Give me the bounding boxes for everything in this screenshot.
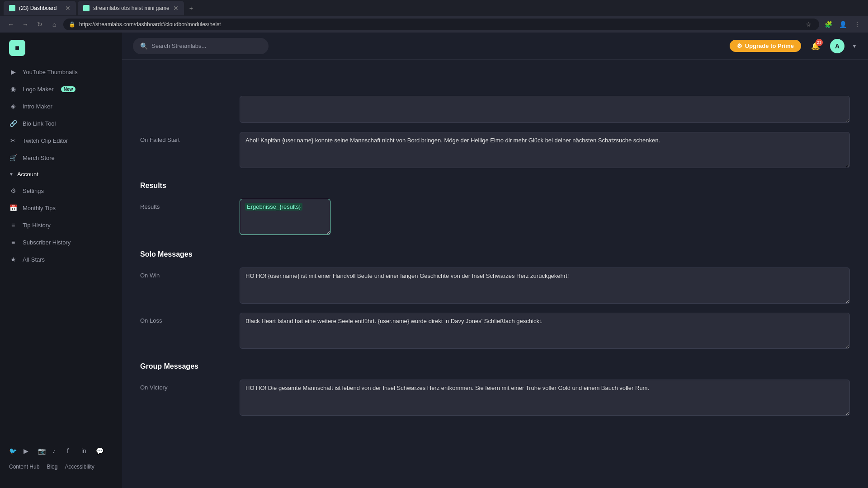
extensions-icon[interactable]: 🧩: [823, 19, 834, 30]
tab-label-dashboard: (23) Dashboard: [19, 5, 57, 11]
on-loss-textarea[interactable]: [240, 313, 850, 349]
tab-streamlabs[interactable]: streamlabs obs heist mini game ✕: [78, 1, 184, 15]
notification-badge: 23: [816, 39, 823, 46]
on-failed-start-textarea[interactable]: [240, 132, 850, 168]
sidebar-item-logo-maker[interactable]: ◉ Logo Maker New: [0, 80, 122, 98]
upgrade-label: Upgrade to Prime: [745, 42, 794, 49]
account-section-header[interactable]: ▼ Account: [0, 166, 122, 182]
on-win-label: On Win: [140, 267, 231, 279]
sidebar-label-merch-store: Merch Store: [23, 155, 55, 161]
intro-maker-icon: ◈: [9, 102, 17, 110]
logo-icon: ■: [9, 40, 25, 56]
results-section: Results Results Ergebnisse_{results}: [140, 182, 850, 237]
results-section-title: Results: [140, 182, 850, 190]
on-win-textarea[interactable]: [240, 267, 850, 304]
app-container: ■ ▶ YouTube Thumbnails ◉ Logo Maker New …: [0, 33, 868, 488]
subscriber-history-icon: ≡: [9, 238, 17, 246]
all-stars-icon: ★: [9, 255, 17, 263]
upgrade-icon: ⚙: [737, 42, 742, 49]
sidebar-item-merch-store[interactable]: 🛒 Merch Store: [0, 149, 122, 166]
lock-icon: 🔒: [69, 21, 75, 28]
on-loss-label: On Loss: [140, 313, 231, 324]
sidebar-item-subscriber-history[interactable]: ≡ Subscriber History: [0, 234, 122, 251]
results-textarea-container: Ergebnisse_{results}: [240, 199, 850, 237]
bookmark-icon[interactable]: ☆: [803, 19, 814, 30]
sidebar-item-twitch-clip-editor[interactable]: ✂ Twitch Clip Editor: [0, 132, 122, 149]
upgrade-prime-button[interactable]: ⚙ Upgrade to Prime: [730, 40, 801, 52]
profile-icon[interactable]: 👤: [837, 19, 848, 30]
twitter-icon[interactable]: 🐦: [9, 447, 18, 456]
results-highlighted-text: Ergebnisse_{results}: [245, 203, 302, 211]
form-row-on-loss: On Loss: [140, 313, 850, 349]
tab-label-streamlabs: streamlabs obs heist mini game: [93, 5, 170, 11]
back-button[interactable]: ←: [5, 19, 16, 30]
tab-favicon-dashboard: [9, 5, 15, 11]
account-section-label: Account: [17, 171, 38, 178]
sidebar-item-tip-history[interactable]: ≡ Tip History: [0, 216, 122, 234]
sidebar-label-subscriber-history: Subscriber History: [23, 239, 71, 246]
group-messages-section: Group Messages On Victory: [140, 362, 850, 416]
notifications-button[interactable]: 🔔 23: [808, 39, 823, 53]
avatar[interactable]: A: [830, 39, 844, 53]
home-button[interactable]: ⌂: [49, 19, 60, 30]
sidebar-item-youtube-thumbnails[interactable]: ▶ YouTube Thumbnails: [0, 63, 122, 80]
discord-icon[interactable]: 💬: [96, 447, 105, 456]
on-failed-start-label: On Failed Start: [140, 132, 231, 143]
search-icon: 🔍: [140, 42, 148, 50]
logo-maker-badge: New: [61, 86, 76, 92]
browser-tabs: (23) Dashboard ✕ streamlabs obs heist mi…: [0, 0, 868, 16]
tab-close-streamlabs[interactable]: ✕: [173, 5, 179, 12]
address-bar[interactable]: 🔒 https://streamlabs.com/dashboard#/clou…: [63, 19, 819, 30]
search-bar[interactable]: 🔍 Search Streamlabs...: [133, 38, 269, 54]
address-icons: ☆: [803, 19, 814, 30]
form-row-results: Results Ergebnisse_{results}: [140, 199, 850, 237]
content-hub-link[interactable]: Content Hub: [9, 464, 39, 470]
instagram-icon[interactable]: 📷: [38, 447, 47, 456]
youtube-thumbnails-icon: ▶: [9, 68, 17, 76]
sidebar-item-monthly-tips[interactable]: 📅 Monthly Tips: [0, 199, 122, 216]
browser-toolbar: ← → ↻ ⌂ 🔒 https://streamlabs.com/dashboa…: [0, 16, 868, 33]
failed-start-section: On Failed Start: [140, 96, 850, 168]
sidebar-item-settings[interactable]: ⚙ Settings: [0, 182, 122, 199]
tip-history-icon: ≡: [9, 221, 17, 229]
youtube-icon[interactable]: ▶: [24, 447, 33, 456]
on-victory-textarea[interactable]: [240, 380, 850, 416]
sidebar-logo: ■: [0, 33, 122, 63]
group-messages-title: Group Messages: [140, 362, 850, 371]
sidebar-item-bio-link-tool[interactable]: 🔗 Bio Link Tool: [0, 115, 122, 132]
new-tab-button[interactable]: +: [186, 3, 197, 14]
empty-label: [140, 96, 231, 100]
sidebar: ■ ▶ YouTube Thumbnails ◉ Logo Maker New …: [0, 33, 122, 488]
main-content: On Failed Start Results Results Ergebnis…: [122, 60, 868, 488]
sidebar-item-all-stars[interactable]: ★ All-Stars: [0, 251, 122, 268]
bio-link-icon: 🔗: [9, 119, 17, 127]
menu-icon[interactable]: ⋮: [852, 19, 863, 30]
monthly-tips-icon: 📅: [9, 204, 17, 212]
merch-store-icon: 🛒: [9, 154, 17, 162]
tab-dashboard[interactable]: (23) Dashboard ✕: [4, 1, 76, 15]
form-row-empty-top: [140, 96, 850, 123]
form-row-on-victory: On Victory: [140, 380, 850, 416]
profile-dropdown-icon[interactable]: ▼: [852, 43, 857, 49]
blog-link[interactable]: Blog: [47, 464, 57, 470]
sidebar-item-intro-maker[interactable]: ◈ Intro Maker: [0, 98, 122, 115]
refresh-button[interactable]: ↻: [34, 19, 45, 30]
empty-top-textarea[interactable]: [240, 96, 850, 123]
linkedin-icon[interactable]: in: [81, 447, 90, 456]
facebook-icon[interactable]: f: [67, 447, 76, 456]
sidebar-label-settings: Settings: [23, 188, 44, 194]
tab-close-dashboard[interactable]: ✕: [65, 5, 71, 12]
sidebar-label-tip-history: Tip History: [23, 222, 51, 229]
sidebar-label-twitch-clip-editor: Twitch Clip Editor: [23, 137, 68, 144]
forward-button[interactable]: →: [20, 19, 31, 30]
logo-maker-icon: ◉: [9, 85, 17, 93]
sidebar-footer: 🐦 ▶ 📷 ♪ f in 💬 Content Hub Blog Accessib…: [0, 438, 122, 479]
solo-messages-title: Solo Messages: [140, 250, 850, 258]
tiktok-icon[interactable]: ♪: [52, 447, 61, 456]
search-placeholder: Search Streamlabs...: [151, 42, 206, 49]
accessibility-link[interactable]: Accessibility: [65, 464, 94, 470]
header-right: ⚙ Upgrade to Prime 🔔 23 A ▼: [730, 39, 857, 53]
browser-chrome: (23) Dashboard ✕ streamlabs obs heist mi…: [0, 0, 868, 33]
solo-messages-section: Solo Messages On Win On Loss: [140, 250, 850, 349]
sidebar-label-intro-maker: Intro Maker: [23, 103, 52, 110]
